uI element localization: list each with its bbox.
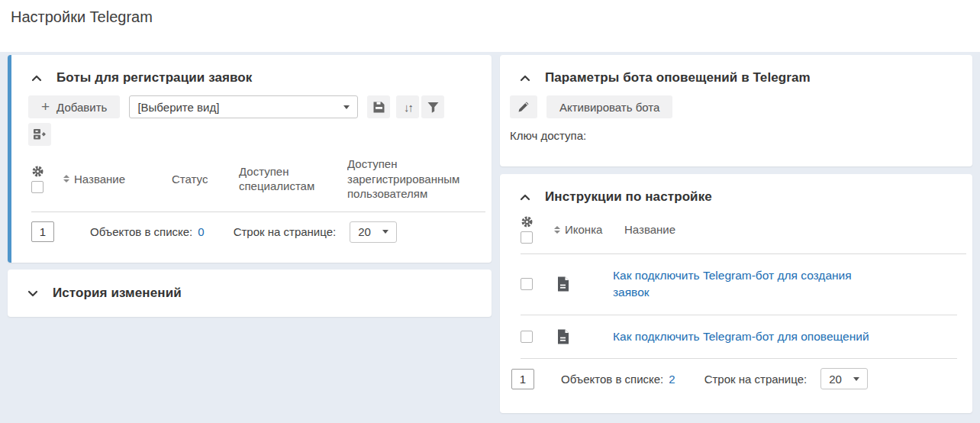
panel-history: История изменений	[8, 270, 492, 317]
panel-instructions: Инструкции по настройке Иконка Название …	[500, 174, 972, 413]
page-number-box[interactable]: 1	[31, 221, 54, 242]
sort-button[interactable]: ↓↑	[396, 95, 419, 118]
column-icon-header[interactable]: Иконка	[565, 222, 602, 237]
objects-count-value: 2	[669, 373, 675, 386]
chevron-up-icon[interactable]	[518, 73, 532, 83]
chevron-up-icon[interactable]	[518, 192, 532, 202]
funnel-icon	[427, 102, 439, 113]
pencil-icon	[517, 101, 530, 113]
column-name-header[interactable]: Название	[74, 172, 125, 187]
document-icon	[556, 276, 569, 292]
rows-per-page-value: 20	[358, 225, 371, 238]
filter-button[interactable]	[421, 95, 444, 118]
caret-down-icon	[343, 105, 350, 109]
rows-per-page-label: Строк на странице:	[234, 225, 337, 238]
objects-count-label: Объектов в списке:	[561, 373, 663, 386]
panel-bots-title: Боты для регистрации заявок	[56, 70, 252, 86]
column-specialists-header[interactable]: Доступен специалистам	[239, 164, 338, 194]
objects-count-label: Объектов в списке:	[90, 225, 192, 238]
bots-pager: 1 Объектов в списке: 0 Строк на странице…	[31, 221, 492, 243]
view-select-value: [Выберите вид]	[137, 101, 219, 114]
chevron-down-icon[interactable]	[26, 289, 40, 299]
caret-down-icon	[382, 230, 388, 234]
panel-history-title: История изменений	[53, 286, 182, 301]
column-registered-header[interactable]: Доступен зарегистрированным пользователя…	[347, 157, 462, 202]
rows-per-page-value: 20	[829, 373, 842, 386]
sort-arrows-icon: ↓↑	[404, 101, 412, 114]
rows-per-page-select[interactable]: 20	[350, 221, 397, 243]
plus-icon: +	[41, 99, 50, 114]
column-sort-icon[interactable]	[63, 175, 69, 182]
gear-icon[interactable]	[521, 215, 534, 228]
chevron-up-icon[interactable]	[30, 73, 44, 83]
panel-instructions-title: Инструкции по настройке	[545, 189, 712, 205]
access-key-label: Ключ доступа:	[510, 129, 972, 142]
export-icon	[33, 128, 47, 140]
gear-icon[interactable]	[31, 165, 44, 178]
floppy-icon	[372, 101, 385, 114]
panel-notify-bot: Параметры бота оповещений в Telegram Акт…	[500, 55, 972, 166]
document-icon	[556, 329, 569, 344]
caret-down-icon	[853, 377, 859, 381]
select-all-checkbox[interactable]	[31, 181, 44, 193]
rows-per-page-select[interactable]: 20	[820, 368, 868, 389]
bots-table-header: Название Статус Доступен специалистам До…	[31, 157, 485, 212]
instructions-table-header: Иконка Название	[521, 215, 966, 254]
activate-bot-label: Активировать бота	[559, 101, 659, 114]
activate-bot-button[interactable]: Активировать бота	[546, 95, 672, 118]
instructions-pager: 1 Объектов в списке: 2 Строк на странице…	[511, 368, 972, 389]
objects-count-value: 0	[198, 225, 204, 238]
instruction-row: Как подключить Telegram-бот для создания…	[521, 254, 957, 315]
view-select[interactable]: [Выберите вид]	[129, 95, 358, 118]
instruction-row: Как подключить Telegram-бот для оповещен…	[521, 315, 957, 359]
panel-bots-registration: Боты для регистрации заявок + Добавить […	[8, 55, 492, 263]
page-number-box[interactable]: 1	[511, 369, 534, 389]
column-sort-icon[interactable]	[554, 226, 560, 234]
add-button-label: Добавить	[56, 101, 107, 114]
instruction-link[interactable]: Как подключить Telegram-бот для оповещен…	[613, 328, 888, 345]
panel-notify-title: Параметры бота оповещений в Telegram	[545, 70, 811, 86]
rows-per-page-label: Строк на странице:	[704, 373, 808, 386]
column-status-header[interactable]: Статус	[172, 172, 230, 187]
edit-button[interactable]	[510, 95, 537, 118]
row-checkbox[interactable]	[521, 331, 533, 343]
save-view-button[interactable]	[367, 95, 390, 118]
top-bar: Настройки Telegram	[0, 0, 980, 52]
export-button[interactable]	[28, 123, 51, 146]
column-name-header[interactable]: Название	[624, 222, 675, 237]
bots-toolbar: + Добавить [Выберите вид] ↓↑	[28, 95, 492, 118]
select-all-checkbox[interactable]	[521, 231, 533, 244]
row-checkbox[interactable]	[521, 278, 533, 290]
page-title: Настройки Telegram	[0, 0, 980, 26]
add-button[interactable]: + Добавить	[28, 95, 120, 118]
instruction-link[interactable]: Как подключить Telegram-бот для создания…	[613, 267, 888, 302]
